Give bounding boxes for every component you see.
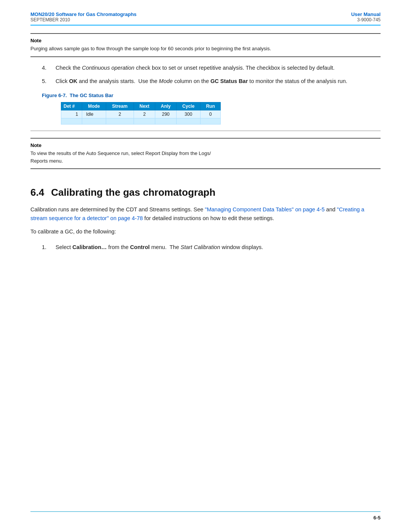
figure-title: The GC Status Bar [70,93,113,98]
col-anly: Anly [155,102,177,110]
col-stream: Stream [106,102,134,110]
gc-table-empty-row [61,118,221,125]
page: MON20/20 Software for Gas Chromatographs… [0,0,411,532]
section-number: 6.4 [30,187,44,198]
section-title: Calibrating the gas chromatograph [51,187,215,198]
page-header: MON20/20 Software for Gas Chromatographs… [30,11,381,26]
cell-det: 1 [61,110,82,118]
header-title: MON20/20 Software for Gas Chromatographs [30,11,137,17]
section-body-text-3: for detailed instructions on how to edit… [143,215,274,221]
header-manual-number: 3-9000-745 [351,17,381,22]
step-5-num: 5. [42,77,51,86]
step-5: 5. Click OK and the analysis starts. Use… [42,77,381,86]
calibration-steps-list: 1. Select Calibration… from the Control … [42,243,381,252]
step-4-num: 4. [42,64,51,72]
empty-cell-5 [155,118,177,125]
calibration-step-1-content: Select Calibration… from the Control men… [56,243,381,252]
section-body-text-2: and [325,206,337,212]
note-text-1: Purging allows sample gas to flow throug… [30,45,381,53]
page-footer: 6-5 [30,511,381,521]
step-5-content: Click OK and the analysis starts. Use th… [56,77,381,86]
figure-caption: Figure 6-7. The GC Status Bar [42,93,381,98]
empty-cell-7 [201,118,221,125]
header-subtitle: SEPTEMBER 2010 [30,17,137,22]
col-next: Next [134,102,155,110]
cell-anly: 290 [155,110,177,118]
col-cycle: Cycle [177,102,201,110]
calibration-step-1: 1. Select Calibration… from the Control … [42,243,381,252]
header-left: MON20/20 Software for Gas Chromatographs… [30,11,137,22]
cell-mode: Idle [82,110,106,118]
empty-cell-2 [82,118,106,125]
gc-status-bar-table: Det # Mode Stream Next Anly Cycle Run 1 … [61,102,221,125]
section-body-text-1: Calibration runs are determined by the C… [30,206,205,212]
empty-cell-3 [106,118,134,125]
step-4-content: Check the Continuous operation check box… [56,64,381,72]
gc-table-data-row: 1 Idle 2 2 290 300 0 [61,110,221,118]
cell-next: 2 [134,110,155,118]
cell-run: 0 [201,110,221,118]
note-box-1: Note Purging allows sample gas to flow t… [30,33,381,57]
empty-cell-4 [134,118,155,125]
gc-table-header-row: Det # Mode Stream Next Anly Cycle Run [61,102,221,110]
steps-list-before-figure: 4. Check the Continuous operation check … [42,64,381,86]
calibration-step-1-num: 1. [42,243,51,252]
gc-table-wrapper: Det # Mode Stream Next Anly Cycle Run 1 … [61,102,381,125]
link-managing-cdt[interactable]: "Managing Component Data Tables" on page… [205,206,325,212]
col-det: Det # [61,102,82,110]
note-label-2: Note [30,142,381,148]
section-body-para-1: Calibration runs are determined by the C… [30,205,381,223]
header-right: User Manual 3-9000-745 [351,11,381,22]
step-4: 4. Check the Continuous operation check … [42,64,381,72]
cell-stream: 2 [106,110,134,118]
section-heading: 6.4Calibrating the gas chromatograph [30,183,381,198]
col-mode: Mode [82,102,106,110]
cell-cycle: 300 [177,110,201,118]
col-run: Run [201,102,221,110]
divider-after-table [30,131,381,131]
footer-page-number: 6-5 [373,515,381,521]
note-text-2: To view the results of the Auto Sequence… [30,150,381,165]
empty-cell-1 [61,118,82,125]
note-label-1: Note [30,38,381,43]
note-box-2: Note To view the results of the Auto Seq… [30,138,381,169]
section-body-para-2: To calibrate a GC, do the following: [30,227,381,236]
header-manual-label: User Manual [351,11,381,17]
figure-label: Figure 6-7. [42,93,67,98]
empty-cell-6 [177,118,201,125]
